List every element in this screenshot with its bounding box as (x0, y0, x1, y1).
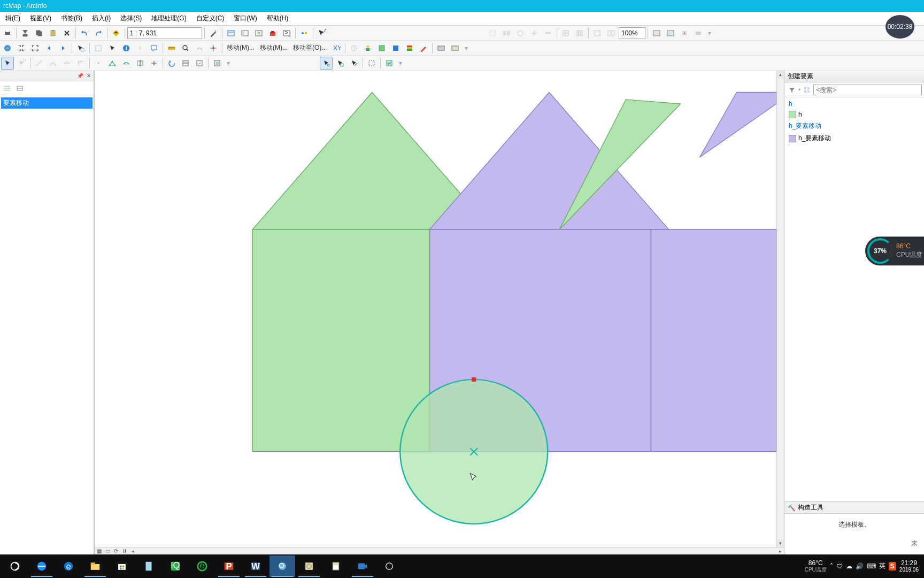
taskbar-recorder[interactable] (350, 556, 375, 577)
sketch-tool2-icon[interactable] (334, 57, 346, 70)
filter-icon[interactable] (787, 85, 797, 95)
tool-c-icon[interactable] (514, 27, 527, 40)
scroll-down-icon[interactable]: ▾ (777, 539, 784, 547)
pin-icon[interactable]: 📌 (76, 72, 84, 80)
clear-selection-icon[interactable] (92, 42, 105, 55)
menu-geoprocessing[interactable]: 地理处理(G) (147, 13, 190, 24)
organize-icon[interactable] (802, 85, 812, 95)
scroll-up-icon[interactable]: ▴ (777, 71, 784, 78)
rotate-icon[interactable] (165, 57, 178, 70)
whats-this-icon[interactable]: ? (315, 27, 328, 40)
move-tool-label-2[interactable]: 移动(M)... (258, 43, 290, 52)
trace-icon[interactable] (60, 57, 73, 70)
grid-icon[interactable] (559, 27, 572, 40)
scroll-left-icon[interactable]: ◂ (129, 549, 136, 554)
sketch-tool3-icon[interactable] (348, 57, 360, 70)
recording-timer[interactable]: 00:02:38 (886, 15, 914, 39)
layout2-icon[interactable] (605, 27, 618, 40)
menu-insert[interactable]: 插入(I) (88, 13, 115, 24)
edit-vertices-icon[interactable] (106, 57, 119, 70)
create-features-window-icon[interactable] (211, 57, 224, 70)
tray-chevron-icon[interactable]: ˄ (830, 562, 833, 570)
blue-square-icon[interactable] (389, 42, 402, 55)
table-of-contents-icon[interactable] (225, 27, 237, 40)
menu-bookmarks[interactable]: 书签(B) (57, 13, 87, 24)
arc-segment-icon[interactable] (47, 57, 59, 70)
vertical-scrollbar[interactable]: ▴ ▾ (776, 71, 784, 547)
arc-toolbox-icon[interactable] (266, 27, 279, 40)
cut-icon[interactable] (19, 27, 32, 40)
split-icon[interactable] (148, 57, 160, 70)
tray-temp[interactable]: 86°C CPU温度 (805, 559, 827, 573)
tray-sogou-icon[interactable]: S (889, 562, 896, 571)
taskbar-arcmap[interactable] (270, 556, 295, 577)
full-extent-icon[interactable] (1, 42, 14, 55)
move-tool-label[interactable]: 移动(M)... (225, 43, 257, 52)
list-by-drawing-icon[interactable] (1, 82, 13, 94)
select-features-icon[interactable] (74, 42, 87, 55)
taskbar-arccatalog[interactable] (296, 556, 322, 577)
tool-d-icon[interactable] (528, 27, 541, 40)
map-scale-combo[interactable] (127, 27, 202, 39)
grid2-icon[interactable] (573, 27, 586, 40)
template-item-h[interactable]: h (786, 109, 923, 120)
pointer-icon[interactable] (106, 42, 119, 55)
image-classify-icon[interactable] (449, 42, 461, 55)
taskbar-explorer[interactable] (82, 556, 108, 577)
reshape-icon[interactable] (120, 57, 133, 70)
edit-tool-icon[interactable] (1, 57, 14, 70)
template-group-hmove[interactable]: h_要素移动 (786, 120, 923, 132)
network-analyst-icon[interactable] (361, 42, 374, 55)
map-canvas[interactable] (95, 71, 776, 547)
print-icon[interactable] (1, 27, 14, 40)
add-data-icon[interactable]: + (110, 27, 122, 40)
taskbar-notepad[interactable] (136, 556, 161, 577)
tray-shield-icon[interactable]: 🛡 (836, 562, 843, 570)
editor-toolbar-icon[interactable] (207, 27, 220, 40)
next-extent-icon[interactable] (57, 42, 70, 55)
attributes-icon[interactable] (179, 57, 192, 70)
menu-view[interactable]: 视图(V) (26, 13, 56, 24)
search-window-icon[interactable] (252, 27, 265, 40)
data-view-icon[interactable]: ▦ (95, 547, 103, 555)
sketch-props-icon[interactable] (193, 57, 206, 70)
layout-icon[interactable] (591, 27, 604, 40)
georef2-icon[interactable] (692, 27, 705, 40)
fixed-zoom-in-icon[interactable] (15, 42, 28, 55)
taskbar-notes[interactable] (323, 556, 349, 577)
tray-cloud-icon[interactable]: ☁ (846, 562, 852, 570)
rainbow-icon[interactable] (403, 42, 416, 55)
menu-help[interactable]: 帮助(H) (263, 13, 293, 24)
pen-icon[interactable] (417, 42, 430, 55)
cut-polygons-icon[interactable] (134, 57, 147, 70)
topology-icon[interactable] (365, 57, 378, 70)
scroll-right-icon[interactable]: ▸ (776, 549, 784, 554)
taskbar-360[interactable]: e (189, 556, 215, 577)
identify-icon[interactable]: i (120, 42, 133, 55)
tool-a-icon[interactable] (486, 27, 499, 40)
menu-selection[interactable]: 选择(S) (116, 13, 146, 24)
find-route-icon[interactable] (193, 42, 206, 55)
menu-customize[interactable]: 自定义(C) (192, 13, 229, 24)
pause-icon[interactable]: ⏸ (120, 547, 129, 555)
taskbar-edge[interactable]: e (56, 556, 81, 577)
straight-segment-icon[interactable] (33, 57, 45, 70)
template-item-hmove[interactable]: h_要素移动 (786, 132, 923, 144)
start-button[interactable] (2, 556, 28, 577)
delete-icon[interactable] (60, 27, 73, 40)
refresh-icon[interactable]: ⟳ (112, 547, 120, 555)
template-search-input[interactable] (813, 85, 922, 95)
validate-icon[interactable] (383, 57, 396, 70)
move-to-tool-label[interactable]: 移动至(O)... (291, 43, 329, 52)
toc-layer-item[interactable]: 要素移动 (1, 97, 93, 109)
tray-volume-icon[interactable]: 🔊 (856, 562, 864, 570)
python-window-icon[interactable]: >_ (280, 27, 293, 40)
image-analysis-icon[interactable] (435, 42, 448, 55)
paste-icon[interactable] (47, 27, 59, 40)
taskbar-iqiyi[interactable]: iQ (163, 556, 188, 577)
tool-e-icon[interactable] (542, 27, 555, 40)
edit-sketch-icon[interactable] (320, 57, 333, 70)
redo-icon[interactable] (92, 27, 105, 40)
list-by-source-icon[interactable] (14, 82, 26, 94)
cpu-monitor-widget[interactable]: 37% 86°C CPU温度 (865, 237, 924, 265)
